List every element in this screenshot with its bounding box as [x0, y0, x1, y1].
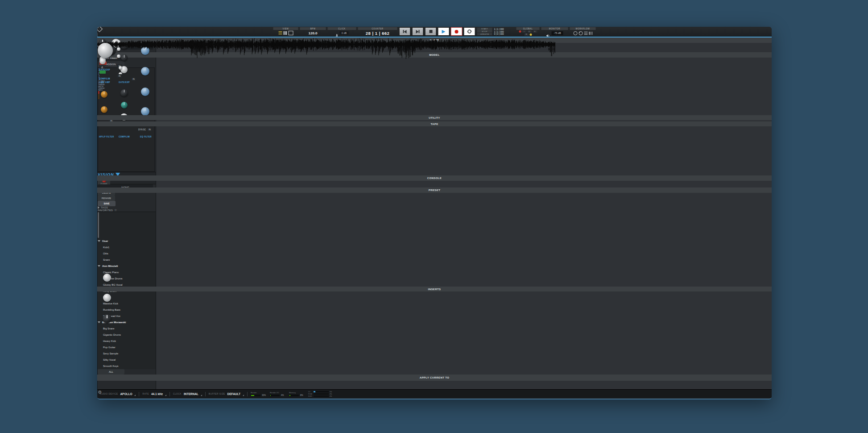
- counter-value: 28 | 1 | 662: [366, 31, 390, 36]
- global-solo-chip[interactable]: S: [533, 30, 537, 33]
- strip-comp-in-chip[interactable]: IN: [117, 74, 122, 78]
- eq-label: EQ FILTER: [140, 136, 152, 138]
- save-button[interactable]: SAVE: [98, 201, 116, 206]
- play-icon: [442, 30, 446, 33]
- lmf-knob[interactable]: [141, 87, 149, 96]
- buffer-size-select[interactable]: BUFFER SIZEDEFAULT: [209, 392, 244, 396]
- lf-knob[interactable]: [141, 107, 149, 116]
- preset-item[interactable]: Gigantic Drums: [98, 332, 148, 338]
- memory-meter-label: Memory: [289, 391, 305, 394]
- view-section-label: VIEW: [273, 27, 298, 30]
- transport-cluster: VIEWBPM120.0CLICK0 dBCOUNTER28 | 1 | 662…: [273, 27, 596, 36]
- transport-bar: VIEWBPM120.0CLICK0 dBCOUNTER28 | 1 | 662…: [97, 27, 772, 37]
- global-mute-chip[interactable]: M: [524, 33, 529, 36]
- bpm-value[interactable]: 120.0: [308, 31, 317, 35]
- length-row: LENGTH0 | 0 | 000: [477, 33, 515, 36]
- comp-thresh-knob[interactable]: [120, 89, 128, 97]
- preset-scrollbar[interactable]: [98, 212, 99, 238]
- alt2-trim-knob[interactable]: [103, 294, 111, 302]
- skip-end-icon: [416, 30, 420, 33]
- render-io-meter-value: 4%: [281, 394, 284, 396]
- global-section-content: ICLSM: [517, 30, 540, 36]
- global-record-indicator[interactable]: [519, 30, 521, 33]
- view-list-icon[interactable]: [278, 31, 282, 35]
- preset-item[interactable]: Smooth Keys: [98, 363, 148, 369]
- preset-item[interactable]: Rumbling Bass: [98, 307, 148, 313]
- star-icon: ☆: [114, 209, 117, 212]
- monitor-db-display[interactable]: -75 dB: [551, 31, 563, 35]
- preset-item-name: Gigantic Drums: [103, 333, 121, 336]
- preset-item-name: Snare: [103, 258, 110, 261]
- record-button[interactable]: [451, 27, 463, 36]
- loop-icon: [467, 29, 472, 34]
- hmf-knob[interactable]: [141, 67, 149, 75]
- apply-all-button[interactable]: ALL: [98, 369, 124, 374]
- preset-item[interactable]: Pop Guitar: [98, 344, 148, 350]
- stop-button[interactable]: [425, 27, 437, 36]
- workflow-record-icon[interactable]: [573, 31, 577, 35]
- monitor-section-content: -75 dB: [541, 30, 568, 36]
- dim-amount-knob[interactable]: [103, 314, 112, 323]
- comp-ratio-knob[interactable]: [121, 102, 128, 108]
- view-monitor-icon[interactable]: [288, 31, 293, 35]
- preset-item-name: Sexy Sample: [103, 352, 118, 355]
- hplp-label: HP/LP FILTER: [99, 136, 114, 138]
- play-button[interactable]: [438, 27, 450, 36]
- metronome-icon[interactable]: [335, 31, 339, 35]
- render-io-meter-label: Render I/O: [270, 391, 286, 394]
- audio-device-select-value: APOLLO: [120, 392, 132, 396]
- status-separator: [169, 392, 170, 396]
- skip-start-icon: [403, 30, 407, 33]
- preset-group[interactable]: Ann Mincieli: [98, 263, 149, 269]
- preset-item[interactable]: Snare: [98, 257, 148, 263]
- skip-to-start-button[interactable]: [399, 27, 411, 36]
- ua-logo-icon: [97, 27, 103, 33]
- transport-buttons: [399, 27, 475, 36]
- workflow-section-label: WORKFLOW: [570, 27, 596, 30]
- preset-item[interactable]: Kick1: [98, 244, 148, 250]
- bpm-section-label: BPM: [300, 27, 326, 30]
- preset-item[interactable]: Silky Vocal: [98, 357, 148, 363]
- loop-range-section: START1 | 1 | 000STOP1 | 1 | 000LENGTH0 |…: [477, 27, 515, 36]
- preset-item[interactable]: Big Snare: [98, 325, 148, 332]
- bpm-section-content: 120.0: [300, 30, 326, 36]
- workflow-list-icon[interactable]: [584, 32, 587, 35]
- preset-group-name: Ann Mincieli: [102, 265, 118, 267]
- workflow-columns-icon[interactable]: [589, 32, 592, 35]
- preset-item[interactable]: OHs: [98, 250, 148, 257]
- gate-label: GATE/EXP: [119, 81, 130, 83]
- preset-item[interactable]: Sexy Sample: [98, 350, 148, 357]
- clock-select[interactable]: CLOCKINTERNAL: [173, 392, 202, 396]
- view-grid-icon[interactable]: [283, 31, 287, 35]
- strip-comp-mini-knob[interactable]: [119, 66, 122, 70]
- sample-rate-select[interactable]: RATE44.1 kHz: [142, 392, 166, 396]
- global-input-chip[interactable]: I: [522, 30, 526, 33]
- counter-section-label: COUNTER: [358, 27, 397, 30]
- click-db[interactable]: 0 dB: [340, 31, 348, 35]
- stop-icon: [429, 30, 432, 33]
- workflow-mix-icon[interactable]: [579, 31, 583, 35]
- dyn-sc-chip[interactable]: DYN SC: [138, 128, 146, 131]
- skip-to-end-button[interactable]: [412, 27, 424, 36]
- audio-device-select[interactable]: AUDIO DEVICEAPOLLO: [100, 392, 136, 396]
- ramp-chip[interactable]: [99, 71, 106, 74]
- speaker-icon[interactable]: [546, 31, 550, 35]
- status-separator: [247, 392, 248, 396]
- eq-in-chip[interactable]: IN: [147, 128, 152, 131]
- memory-meter-bar: [289, 395, 299, 396]
- loop-button[interactable]: [464, 27, 475, 36]
- preset-item-name: Pop Guitar: [103, 346, 116, 349]
- gate-in-chip[interactable]: IN: [131, 78, 136, 81]
- buffer-size-select-fold-icon: [243, 395, 244, 396]
- monitor-level-knob[interactable]: [98, 43, 113, 58]
- preset-item[interactable]: Heavy Kick: [98, 338, 148, 344]
- lo-pass-knob[interactable]: [101, 91, 107, 98]
- preset-group[interactable]: User: [98, 238, 149, 244]
- global-cl-chip[interactable]: CL: [527, 30, 532, 33]
- render-io-meter: Render I/O4%: [270, 391, 286, 396]
- mini-meter-label: I/O: [308, 391, 313, 393]
- rename-button[interactable]: RENAME: [98, 196, 115, 201]
- global-tempo-indicator[interactable]: [529, 33, 532, 36]
- alt1-trim-knob[interactable]: [103, 274, 111, 282]
- hi-pass-knob[interactable]: [101, 106, 107, 113]
